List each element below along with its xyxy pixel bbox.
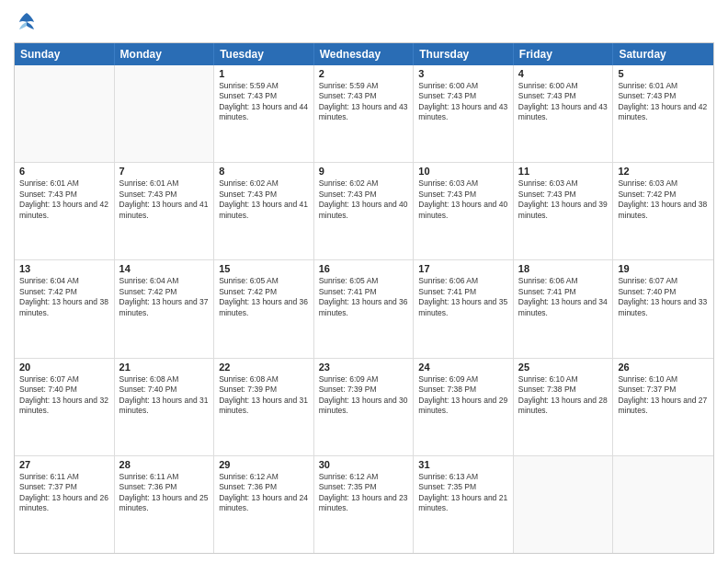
day-number: 9 [319,166,409,177]
header-day-thursday: Thursday [414,43,514,65]
day-info: Sunrise: 6:13 AM Sunset: 7:35 PM Dayligh… [418,472,508,514]
logo [14,9,43,35]
calendar-cell: 3Sunrise: 6:00 AM Sunset: 7:43 PM Daylig… [414,65,514,162]
calendar-cell: 7Sunrise: 6:01 AM Sunset: 7:43 PM Daylig… [115,163,215,259]
calendar-cell: 24Sunrise: 6:09 AM Sunset: 7:38 PM Dayli… [414,359,514,455]
day-number: 31 [418,459,508,470]
day-info: Sunrise: 6:11 AM Sunset: 7:36 PM Dayligh… [119,472,210,514]
calendar-cell [514,456,614,553]
day-info: Sunrise: 6:05 AM Sunset: 7:41 PM Dayligh… [319,276,409,318]
day-number: 7 [119,166,210,177]
header-day-tuesday: Tuesday [214,43,314,65]
calendar-cell: 20Sunrise: 6:07 AM Sunset: 7:40 PM Dayli… [15,359,115,455]
day-info: Sunrise: 6:03 AM Sunset: 7:43 PM Dayligh… [518,178,609,221]
calendar-cell: 19Sunrise: 6:07 AM Sunset: 7:40 PM Dayli… [613,260,713,357]
header-day-wednesday: Wednesday [314,43,415,65]
day-number: 30 [319,459,409,470]
day-info: Sunrise: 6:12 AM Sunset: 7:36 PM Dayligh… [219,472,309,514]
day-info: Sunrise: 6:06 AM Sunset: 7:41 PM Dayligh… [518,276,609,318]
calendar-cell: 2Sunrise: 5:59 AM Sunset: 7:43 PM Daylig… [314,65,415,162]
day-info: Sunrise: 6:09 AM Sunset: 7:39 PM Dayligh… [319,374,409,417]
day-info: Sunrise: 6:03 AM Sunset: 7:42 PM Dayligh… [618,178,709,221]
day-info: Sunrise: 6:05 AM Sunset: 7:42 PM Dayligh… [219,276,309,318]
day-number: 11 [518,166,609,177]
calendar-cell: 15Sunrise: 6:05 AM Sunset: 7:42 PM Dayli… [214,260,314,357]
calendar-cell: 5Sunrise: 6:01 AM Sunset: 7:43 PM Daylig… [613,65,713,162]
day-info: Sunrise: 6:09 AM Sunset: 7:38 PM Dayligh… [418,374,508,417]
calendar-header: SundayMondayTuesdayWednesdayThursdayFrid… [15,43,713,65]
day-number: 25 [518,362,609,373]
header-day-monday: Monday [115,43,215,65]
day-number: 1 [219,68,309,79]
header-day-sunday: Sunday [15,43,115,65]
calendar-cell: 26Sunrise: 6:10 AM Sunset: 7:37 PM Dayli… [613,359,713,455]
day-info: Sunrise: 6:08 AM Sunset: 7:40 PM Dayligh… [119,374,210,417]
calendar-cell: 23Sunrise: 6:09 AM Sunset: 7:39 PM Dayli… [314,359,415,455]
day-info: Sunrise: 6:06 AM Sunset: 7:41 PM Dayligh… [418,276,508,318]
day-number: 23 [319,362,409,373]
day-number: 29 [219,459,309,470]
day-info: Sunrise: 6:11 AM Sunset: 7:37 PM Dayligh… [19,472,109,514]
page: SundayMondayTuesdayWednesdayThursdayFrid… [0,0,728,563]
day-info: Sunrise: 6:10 AM Sunset: 7:38 PM Dayligh… [518,374,609,417]
day-info: Sunrise: 5:59 AM Sunset: 7:43 PM Dayligh… [319,81,409,123]
day-info: Sunrise: 6:01 AM Sunset: 7:43 PM Dayligh… [119,178,210,221]
calendar-row-1: 1Sunrise: 5:59 AM Sunset: 7:43 PM Daylig… [15,65,713,163]
day-info: Sunrise: 6:10 AM Sunset: 7:37 PM Dayligh… [618,374,709,417]
calendar-row-3: 13Sunrise: 6:04 AM Sunset: 7:42 PM Dayli… [15,260,713,358]
day-info: Sunrise: 6:01 AM Sunset: 7:43 PM Dayligh… [19,178,109,221]
calendar-cell: 30Sunrise: 6:12 AM Sunset: 7:35 PM Dayli… [314,456,415,553]
day-info: Sunrise: 6:07 AM Sunset: 7:40 PM Dayligh… [618,276,709,318]
calendar-cell: 16Sunrise: 6:05 AM Sunset: 7:41 PM Dayli… [314,260,415,357]
calendar-cell: 17Sunrise: 6:06 AM Sunset: 7:41 PM Dayli… [414,260,514,357]
calendar-cell: 9Sunrise: 6:02 AM Sunset: 7:43 PM Daylig… [314,163,415,259]
day-number: 8 [219,166,309,177]
day-info: Sunrise: 6:12 AM Sunset: 7:35 PM Dayligh… [319,472,409,514]
day-number: 6 [19,166,109,177]
day-number: 16 [319,263,409,274]
day-info: Sunrise: 6:00 AM Sunset: 7:43 PM Dayligh… [518,81,609,123]
day-number: 26 [618,362,709,373]
calendar-cell: 14Sunrise: 6:04 AM Sunset: 7:42 PM Dayli… [115,260,215,357]
logo-icon [14,9,40,35]
day-info: Sunrise: 6:04 AM Sunset: 7:42 PM Dayligh… [19,276,109,318]
calendar-cell: 1Sunrise: 5:59 AM Sunset: 7:43 PM Daylig… [214,65,314,162]
calendar-cell: 11Sunrise: 6:03 AM Sunset: 7:43 PM Dayli… [514,163,614,259]
calendar-cell [613,456,713,553]
calendar-cell: 22Sunrise: 6:08 AM Sunset: 7:39 PM Dayli… [214,359,314,455]
day-number: 20 [19,362,109,373]
day-number: 12 [618,166,709,177]
day-number: 19 [618,263,709,274]
day-number: 10 [418,166,508,177]
calendar-cell: 8Sunrise: 6:02 AM Sunset: 7:43 PM Daylig… [214,163,314,259]
header-day-saturday: Saturday [613,43,713,65]
calendar-cell: 29Sunrise: 6:12 AM Sunset: 7:36 PM Dayli… [214,456,314,553]
day-info: Sunrise: 6:03 AM Sunset: 7:43 PM Dayligh… [418,178,508,221]
day-number: 24 [418,362,508,373]
calendar-cell: 4Sunrise: 6:00 AM Sunset: 7:43 PM Daylig… [514,65,614,162]
day-info: Sunrise: 6:08 AM Sunset: 7:39 PM Dayligh… [219,374,309,417]
calendar-cell [15,65,115,162]
calendar-cell: 28Sunrise: 6:11 AM Sunset: 7:36 PM Dayli… [115,456,215,553]
day-number: 18 [518,263,609,274]
calendar-row-2: 6Sunrise: 6:01 AM Sunset: 7:43 PM Daylig… [15,163,713,260]
day-number: 17 [418,263,508,274]
day-info: Sunrise: 6:02 AM Sunset: 7:43 PM Dayligh… [219,178,309,221]
day-info: Sunrise: 6:02 AM Sunset: 7:43 PM Dayligh… [319,178,409,221]
calendar-cell: 10Sunrise: 6:03 AM Sunset: 7:43 PM Dayli… [414,163,514,259]
header [14,9,714,35]
calendar-cell: 21Sunrise: 6:08 AM Sunset: 7:40 PM Dayli… [115,359,215,455]
day-number: 5 [618,68,709,79]
calendar-row-4: 20Sunrise: 6:07 AM Sunset: 7:40 PM Dayli… [15,359,713,456]
day-info: Sunrise: 6:01 AM Sunset: 7:43 PM Dayligh… [618,81,709,123]
day-info: Sunrise: 5:59 AM Sunset: 7:43 PM Dayligh… [219,81,309,123]
header-day-friday: Friday [514,43,614,65]
calendar-cell: 12Sunrise: 6:03 AM Sunset: 7:42 PM Dayli… [613,163,713,259]
day-info: Sunrise: 6:00 AM Sunset: 7:43 PM Dayligh… [418,81,508,123]
calendar-cell [115,65,215,162]
day-number: 21 [119,362,210,373]
day-number: 13 [19,263,109,274]
calendar: SundayMondayTuesdayWednesdayThursdayFrid… [14,42,714,554]
calendar-cell: 25Sunrise: 6:10 AM Sunset: 7:38 PM Dayli… [514,359,614,455]
day-number: 3 [418,68,508,79]
